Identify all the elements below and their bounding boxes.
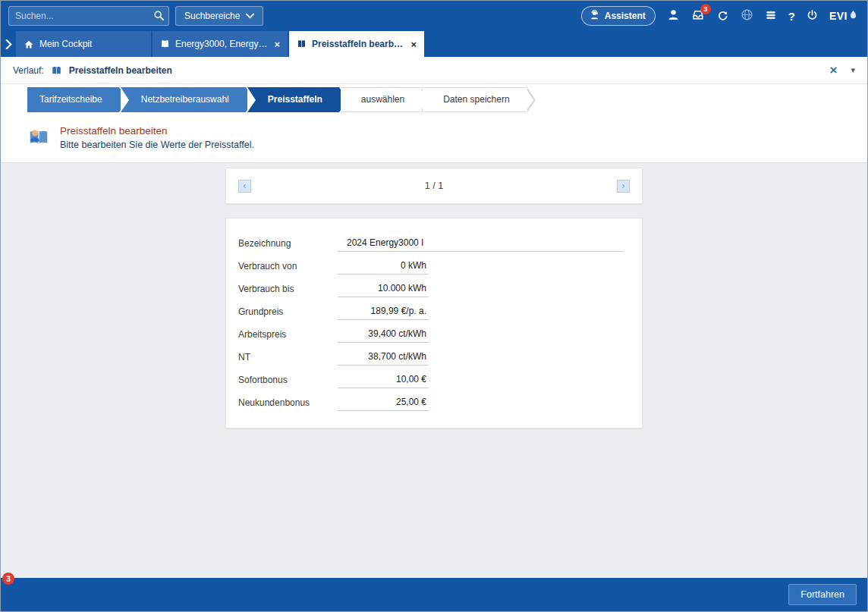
list-icon	[765, 9, 777, 24]
page-header: Preisstaffeln bearbeiten Bitte bearbeite…	[1, 118, 867, 162]
tab-close-icon[interactable]: ×	[410, 39, 417, 49]
redo-button[interactable]	[716, 9, 729, 24]
form-row: Sofortbonus 10,00 €	[238, 366, 630, 388]
wizard-step[interactable]: auswählen	[341, 87, 421, 112]
pager-card: ‹ 1 / 1 ›	[225, 168, 643, 204]
search-input[interactable]	[9, 11, 168, 21]
user-icon	[667, 8, 680, 24]
field-input[interactable]: 38,700 ct/kWh	[338, 351, 429, 366]
field-input[interactable]: 0 kWh	[338, 260, 429, 275]
page-title: Preisstaffeln bearbeiten	[60, 125, 254, 137]
wizard-step-arrow	[527, 87, 536, 112]
tab-label: Energy3000, Energy3...	[175, 39, 269, 49]
continue-button[interactable]: Fortfahren	[788, 584, 857, 605]
content-area: ‹ 1 / 1 › Bezeichnung 2024 Energy3000 I …	[1, 162, 867, 578]
tab-icon	[297, 39, 307, 49]
chevron-down-icon	[246, 11, 254, 21]
wizard-step[interactable]: Preisstaffeln	[247, 87, 339, 112]
tab-label: Preisstaffeln bearbeit...	[312, 39, 405, 49]
page-subtitle: Bitte bearbeiten Sie die Werte der Preis…	[60, 140, 254, 150]
wizard-step[interactable]: Netzbetreiberauswahl	[121, 87, 246, 112]
field-label: NT	[238, 352, 338, 366]
wizard-step-label: auswählen	[361, 94, 404, 105]
form-row: Verbrauch von 0 kWh	[238, 252, 630, 275]
tabbar: Mein Cockpit Energy3000, Energy3... × Pr…	[1, 31, 867, 57]
wizard-step[interactable]: Tarifzeitscheibe	[27, 87, 119, 112]
tab[interactable]: Mein Cockpit	[16, 31, 151, 57]
bottombar: Fortfahren	[1, 578, 867, 611]
wizard-step-label: Tarifzeitscheibe	[39, 94, 102, 105]
pager-next-button[interactable]: ›	[617, 180, 630, 193]
tab-icon	[160, 39, 170, 49]
help-button[interactable]: ?	[788, 10, 795, 23]
wizard-breadcrumb: Tarifzeitscheibe Netzbetreiberauswahl Pr…	[1, 84, 867, 118]
field-label: Arbeitspreis	[238, 329, 338, 343]
field-input[interactable]: 25,00 €	[338, 397, 429, 411]
field-input[interactable]: 10.000 kWh	[338, 283, 429, 297]
topbar: Suchbereiche Assistent 3	[1, 1, 867, 31]
power-button[interactable]	[807, 9, 818, 24]
tab-icon	[24, 39, 34, 49]
form-row: Bezeichnung 2024 Energy3000 I	[238, 229, 630, 252]
tab-label: Mein Cockpit	[39, 39, 143, 49]
pager-prev-button[interactable]: ‹	[238, 180, 251, 193]
caret-down-icon[interactable]: ▾	[851, 65, 855, 75]
redo-arrow-icon	[716, 9, 729, 24]
wizard-step-label: Preisstaffeln	[268, 94, 322, 105]
field-label: Bezeichnung	[238, 238, 338, 252]
globe-user-button[interactable]	[741, 8, 753, 24]
application-window: Suchbereiche Assistent 3	[0, 0, 868, 612]
search-scope-button[interactable]: Suchbereiche	[175, 6, 263, 26]
search-box	[8, 6, 169, 26]
field-label: Verbrauch bis	[238, 284, 338, 297]
form-row: Verbrauch bis 10.000 kWh	[238, 275, 630, 297]
wizard-step-label: Daten speichern	[443, 94, 509, 105]
inbox-badge: 3	[700, 4, 711, 14]
page-header-text: Preisstaffeln bearbeiten Bitte bearbeite…	[60, 124, 254, 150]
collapse-chevron-icon[interactable]	[1, 31, 16, 57]
price-tier-form: Bezeichnung 2024 Energy3000 I Verbrauch …	[225, 218, 643, 428]
history-bar: Verlauf: Preisstaffeln bearbeiten × ▾	[1, 57, 867, 84]
field-label: Neukundenbonus	[238, 397, 338, 411]
globe-user-icon	[741, 8, 753, 24]
list-button[interactable]	[765, 9, 777, 24]
form-row: Arbeitspreis 39,400 ct/kWh	[238, 320, 630, 343]
form-row: Grundpreis 189,99 €/p. a.	[238, 297, 630, 320]
tab-close-icon[interactable]: ×	[274, 39, 280, 49]
notification-badge[interactable]: 3	[2, 573, 14, 585]
assistant-icon	[589, 9, 600, 23]
wizard-step[interactable]: Daten speichern	[423, 87, 526, 112]
topbar-actions: Assistent 3	[581, 6, 860, 26]
form-row: Neukundenbonus 25,00 €	[238, 388, 630, 411]
assistant-button[interactable]: Assistent	[581, 6, 656, 26]
history-entry[interactable]: Preisstaffeln bearbeiten	[69, 65, 172, 76]
search-scope-label: Suchbereiche	[184, 11, 240, 21]
brand-droplet-icon	[850, 10, 857, 22]
history-actions: × ▾	[830, 64, 855, 77]
wizard-step-label: Netzbetreiberauswahl	[141, 94, 229, 105]
power-icon	[807, 9, 818, 24]
field-input[interactable]: 2024 Energy3000 I	[338, 237, 624, 252]
brand-text: EVI	[829, 10, 848, 22]
tab[interactable]: Preisstaffeln bearbeit... ×	[289, 31, 424, 57]
field-label: Verbrauch von	[238, 261, 338, 275]
page-icon	[27, 125, 50, 148]
brand-logo: EVI	[829, 10, 857, 22]
field-label: Grundpreis	[238, 306, 338, 320]
field-label: Sofortbonus	[238, 375, 338, 388]
assistant-label: Assistent	[605, 11, 646, 21]
form-row: NT 38,700 ct/kWh	[238, 343, 630, 366]
pager-text: 1 / 1	[425, 180, 443, 191]
tab[interactable]: Energy3000, Energy3... ×	[153, 31, 288, 57]
close-icon[interactable]: ×	[830, 64, 838, 77]
field-input[interactable]: 39,400 ct/kWh	[338, 328, 429, 343]
history-book-icon	[51, 65, 62, 76]
inbox-button[interactable]: 3	[691, 8, 705, 24]
tab-strip: Mein Cockpit Energy3000, Energy3... × Pr…	[16, 31, 424, 57]
field-input[interactable]: 189,99 €/p. a.	[338, 306, 429, 320]
user-button[interactable]	[667, 8, 680, 24]
field-input[interactable]: 10,00 €	[338, 374, 429, 388]
history-label: Verlauf:	[13, 65, 44, 76]
